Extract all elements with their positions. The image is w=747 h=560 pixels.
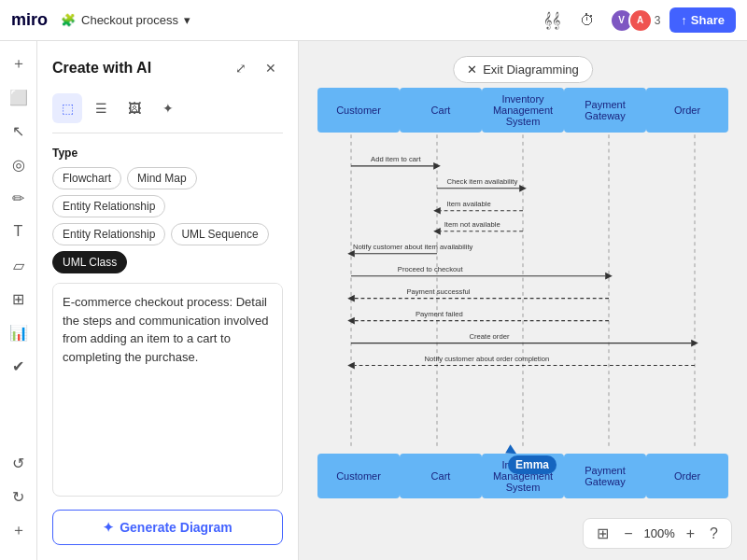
side-panel: Create with AI ⤢ ✕ ⬚ ☰ 🖼 ✦ Type Flowchar… <box>37 41 299 560</box>
toolbar-add-icon[interactable]: ＋ <box>4 49 34 78</box>
type-flowchart[interactable]: Flowchart <box>52 167 121 189</box>
type-mindmap[interactable]: Mind Map <box>127 167 197 189</box>
zoom-in-button[interactable]: + <box>683 524 698 544</box>
zoom-out-button[interactable]: − <box>620 524 636 544</box>
svg-text:Proceed to checkout: Proceed to checkout <box>398 265 464 273</box>
reactions-icon[interactable]: 𝄞𝄞 <box>539 7 565 34</box>
breadcrumb-title: Checkout process <box>81 13 178 27</box>
canvas-area[interactable]: ✕ Exit Diagramming Sam ▶ Emma ▶ Customer… <box>299 41 747 560</box>
svg-text:Payment successful: Payment successful <box>406 287 470 296</box>
topbar: miro 🧩 Checkout process ▾ 𝄞𝄞 ⏱ V A 3 ↑ S… <box>0 0 747 41</box>
toolbar-add-page-icon[interactable]: ＋ <box>4 515 34 545</box>
prompt-textarea-wrapper: E-commerce checkout process: Detail the … <box>52 283 283 497</box>
avatar-user2: A <box>628 8 653 33</box>
actor-cart-top: Cart <box>400 88 482 133</box>
diagram-container: Customer Cart Inventory Management Syste… <box>308 88 738 513</box>
tab-image[interactable]: 🖼 <box>120 93 149 123</box>
panel-title: Create with AI <box>52 60 151 77</box>
close-icon[interactable]: ✕ <box>259 56 283 80</box>
svg-text:Add item to cart: Add item to cart <box>371 155 421 163</box>
breadcrumb-icon: 🧩 <box>61 13 76 27</box>
generate-button[interactable]: ✦ Generate Diagram <box>52 510 283 545</box>
tab-frame[interactable]: ⬚ <box>52 93 82 123</box>
panel-header-icons: ⤢ ✕ <box>229 56 283 80</box>
layers-button[interactable]: ⊞ <box>593 523 613 544</box>
toolbar-pen-icon[interactable]: ✏ <box>4 183 34 213</box>
actor-order-bottom: Order <box>646 454 728 498</box>
panel-header: Create with AI ⤢ ✕ <box>52 56 283 80</box>
toolbar-chart-icon[interactable]: 📊 <box>4 317 34 347</box>
sparkle-icon: ✦ <box>103 520 114 535</box>
left-toolbar: ＋ ⬜ ↖ ◎ ✏ T ▱ ⊞ 📊 ✔ ↺ ↻ ＋ <box>0 41 37 560</box>
close-icon-small: ✕ <box>467 63 477 77</box>
exit-diagramming-button[interactable]: ✕ Exit Diagramming <box>453 56 593 83</box>
actor-customer-top: Customer <box>317 88 400 133</box>
type-buttons: Flowchart Mind Map Entity Relationship E… <box>52 167 283 273</box>
svg-text:Item available: Item available <box>447 200 491 208</box>
timer-icon[interactable]: ⏱ <box>574 7 600 34</box>
breadcrumb[interactable]: 🧩 Checkout process ▾ <box>61 13 190 27</box>
share-label: Share <box>691 13 725 27</box>
toolbar-crop-icon[interactable]: ⊞ <box>4 284 34 314</box>
avatar-group: V A 3 <box>610 8 661 33</box>
type-entity-rel2[interactable]: Entity Relationship <box>52 223 165 245</box>
toolbar-select-icon[interactable]: ↖ <box>4 116 34 146</box>
help-button[interactable]: ? <box>706 524 722 544</box>
svg-text:Notify customer about order co: Notify customer about order completion <box>425 355 550 363</box>
toolbar-frame-icon[interactable]: ⬜ <box>4 82 34 112</box>
main-area: ＋ ⬜ ↖ ◎ ✏ T ▱ ⊞ 📊 ✔ ↺ ↻ ＋ Create with AI… <box>0 41 747 560</box>
sequence-svg: Add item to cart Check item availability… <box>308 133 738 450</box>
svg-marker-33 <box>347 362 355 370</box>
exit-label: Exit Diagramming <box>483 63 579 77</box>
share-icon: ↑ <box>681 13 687 27</box>
actor-inventory-top: Inventory Management System <box>482 88 564 133</box>
actor-payment-top: Payment Gateway <box>564 88 646 133</box>
generate-label: Generate Diagram <box>120 520 233 535</box>
actor-customer-bottom: Customer <box>317 454 400 498</box>
panel-tabs: ⬚ ☰ 🖼 ✦ <box>52 93 283 133</box>
topbar-right: 𝄞𝄞 ⏱ V A 3 ↑ Share <box>539 7 736 34</box>
actors-top: Customer Cart Inventory Management Syste… <box>308 88 738 133</box>
type-uml-class[interactable]: UML Class <box>52 251 127 273</box>
tab-sparkle[interactable]: ✦ <box>153 93 183 123</box>
toolbar-undo-icon[interactable]: ↺ <box>4 448 34 478</box>
toolbar-shape-icon[interactable]: ▱ <box>4 250 34 280</box>
share-button[interactable]: ↑ Share <box>669 7 736 33</box>
expand-icon[interactable]: ⤢ <box>229 56 253 80</box>
toolbar-redo-icon[interactable]: ↻ <box>4 482 34 511</box>
avatar-count: 3 <box>655 14 661 27</box>
zoom-level: 100% <box>644 526 675 540</box>
tab-list[interactable]: ☰ <box>86 93 116 123</box>
svg-text:Payment failed: Payment failed <box>416 310 463 318</box>
toolbar-check-icon[interactable]: ✔ <box>4 351 34 381</box>
svg-text:Notify customer about item ava: Notify customer about item availability <box>353 243 473 251</box>
chevron-down-icon: ▾ <box>184 13 190 27</box>
cursor-emma: Emma <box>508 455 557 474</box>
actor-order-top: Order <box>646 88 728 133</box>
miro-logo: miro <box>11 10 48 30</box>
actor-cart-bottom: Cart <box>400 454 482 498</box>
type-section-label: Type <box>52 147 283 160</box>
type-entity-rel[interactable]: Entity Relationship <box>52 195 165 217</box>
type-uml-sequence[interactable]: UML Sequence <box>171 223 268 245</box>
bottom-toolbar: ⊞ − 100% + ? <box>583 518 732 549</box>
prompt-textarea[interactable]: E-commerce checkout process: Detail the … <box>53 284 282 414</box>
toolbar-connection-icon[interactable]: ◎ <box>4 149 34 179</box>
svg-text:Create order: Create order <box>470 332 510 341</box>
toolbar-text-icon[interactable]: T <box>4 217 34 246</box>
svg-text:Check item availability: Check item availability <box>447 177 518 186</box>
actor-payment-bottom: Payment Gateway <box>564 454 646 498</box>
svg-text:Item not available: Item not available <box>444 220 500 229</box>
